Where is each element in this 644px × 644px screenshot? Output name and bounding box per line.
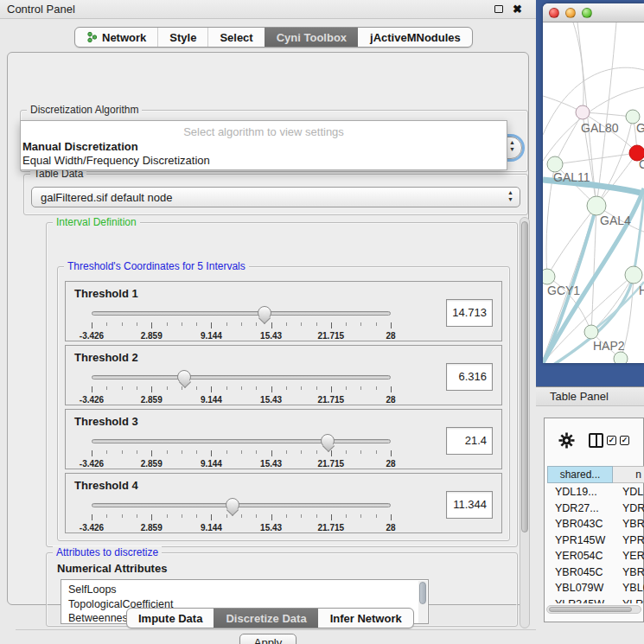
close-icon[interactable]: ✖: [513, 3, 522, 16]
network-edge: [591, 275, 634, 332]
table-hscrollbar-thumb[interactable]: [549, 607, 632, 612]
cell-name[interactable]: YER0: [613, 548, 644, 564]
tab-style[interactable]: Style: [157, 28, 207, 47]
cell-name[interactable]: YDL1: [613, 484, 644, 501]
table-row[interactable]: YER054CYER0: [547, 548, 644, 564]
slider-tick: [196, 514, 197, 518]
table-row[interactable]: YBR045CYBR0: [547, 564, 644, 581]
table-row[interactable]: YBR043CYBR0: [547, 516, 644, 532]
slider-tick: [137, 514, 137, 518]
threshold-slider[interactable]: -3.4262.8599.14415.4321.71528: [92, 311, 391, 341]
network-node[interactable]: [614, 352, 628, 363]
slider-thumb[interactable]: [321, 434, 335, 448]
slider-tick: [376, 514, 377, 518]
cell-shared-name[interactable]: YBL079W: [547, 580, 613, 596]
popup-option[interactable]: Manual Discretization: [22, 140, 138, 153]
float-window-icon[interactable]: [494, 5, 503, 13]
cell-name[interactable]: YLR3: [613, 596, 644, 604]
slider-thumb[interactable]: [177, 370, 191, 384]
network-node-label: C: [639, 157, 644, 171]
column-header-name[interactable]: n: [613, 466, 644, 483]
list-scrollbar-thumb[interactable]: [419, 582, 426, 604]
slider-tick: [331, 386, 332, 392]
threshold-value-field[interactable]: 6.316: [446, 363, 493, 391]
tab-jactivemnodules[interactable]: jActiveMNodules: [358, 28, 472, 47]
network-window-titlebar[interactable]: [543, 3, 644, 22]
tab-impute-data[interactable]: Impute Data: [127, 609, 214, 628]
tab-network[interactable]: Network: [75, 28, 157, 47]
table-row[interactable]: YLR345WYLR3: [547, 596, 644, 604]
checkbox-icon[interactable]: ✓: [607, 436, 616, 445]
gear-icon[interactable]: [558, 432, 575, 449]
table-row[interactable]: YDR27...YDR2: [547, 501, 644, 517]
table-row[interactable]: YPR145WYPR1: [547, 532, 644, 549]
columns-icon[interactable]: [589, 433, 603, 448]
numerical-attributes-label: Numerical Attributes: [57, 562, 167, 575]
slider-tick: [151, 322, 152, 328]
interval-definition-group: Interval Definition Number of Intervals …: [46, 222, 518, 547]
tab-label: Style: [169, 31, 196, 44]
slider-thumb[interactable]: [258, 306, 271, 320]
close-traffic-light[interactable]: [549, 8, 559, 18]
threshold-row: Threshold 4-3.4262.8599.14415.4321.71528…: [65, 473, 502, 533]
network-node[interactable]: [576, 105, 590, 119]
minimize-traffic-light[interactable]: [565, 8, 576, 18]
cell-name[interactable]: YBR0: [613, 564, 644, 581]
cell-name[interactable]: YBR0: [613, 516, 644, 532]
network-canvas[interactable]: GAL80GCGAL11GAL4GCY1HHAP2: [543, 22, 644, 363]
slider-tick: [182, 322, 182, 326]
panel-scrollbar-thumb[interactable]: [521, 221, 528, 532]
threshold-slider[interactable]: -3.4262.8599.14415.4321.71528: [92, 375, 391, 405]
tab-cyni-toolbox[interactable]: Cyni Toolbox: [265, 28, 358, 47]
threshold-value-field[interactable]: 11.344: [446, 491, 493, 519]
tab-select[interactable]: Select: [207, 28, 264, 47]
zoom-traffic-light[interactable]: [582, 8, 592, 18]
cell-shared-name[interactable]: YBR045C: [547, 564, 613, 581]
network-node[interactable]: [584, 325, 598, 339]
slider-tick: [241, 386, 242, 390]
list-scrollbar[interactable]: [418, 581, 427, 624]
threshold-slider[interactable]: -3.4262.8599.14415.4321.71528: [92, 439, 391, 469]
threshold-value-field[interactable]: 14.713: [446, 299, 493, 327]
checkbox-icon[interactable]: ✓: [620, 436, 629, 445]
column-header-shared[interactable]: shared...: [547, 466, 613, 483]
tab-infer-network[interactable]: Infer Network: [318, 609, 413, 628]
threshold-slider[interactable]: -3.4262.8599.14415.4321.71528: [92, 503, 391, 532]
attribute-list-item[interactable]: SelfLoops: [61, 583, 428, 597]
network-node[interactable]: [543, 269, 555, 284]
slider-track[interactable]: [92, 503, 391, 507]
cell-name[interactable]: YDR2: [613, 501, 644, 517]
cell-name[interactable]: YBL0: [613, 580, 644, 596]
slider-track[interactable]: [92, 375, 391, 379]
cell-shared-name[interactable]: YBR043C: [547, 516, 613, 532]
apply-button[interactable]: Apply: [239, 634, 296, 644]
threshold-group-title: Threshold's Coordinates for 5 Intervals: [64, 260, 249, 272]
slider-tick: [391, 514, 392, 520]
slider-tick: [376, 322, 377, 326]
slider-thumb[interactable]: [226, 498, 239, 512]
slider-track[interactable]: [92, 311, 391, 316]
threshold-value-field[interactable]: 21.4: [446, 427, 493, 455]
slider-tick: [360, 450, 361, 454]
popup-option[interactable]: Equal Width/Frequency Discretization: [22, 154, 210, 167]
slider-tick: [167, 514, 168, 518]
slider-tick: [92, 322, 92, 328]
cell-shared-name[interactable]: YLR345W: [547, 596, 613, 604]
table-row[interactable]: YBL079WYBL0: [547, 580, 644, 596]
cell-shared-name[interactable]: YER054C: [547, 548, 613, 564]
tab-discretize-data[interactable]: Discretize Data: [214, 609, 317, 628]
slider-tick: [182, 386, 182, 390]
network-icon: [86, 31, 98, 43]
slider-track[interactable]: [92, 439, 391, 443]
table-hscrollbar[interactable]: [546, 605, 641, 614]
cell-shared-name[interactable]: YDL19...: [547, 484, 613, 501]
table-data-combobox[interactable]: galFiltered.sif default node ▲▼: [31, 187, 520, 207]
network-node[interactable]: [625, 266, 642, 284]
panel-scrollbar[interactable]: [520, 217, 530, 628]
cell-shared-name[interactable]: YDR27...: [547, 501, 613, 517]
network-node[interactable]: [587, 196, 606, 215]
cell-shared-name[interactable]: YPR145W: [547, 532, 613, 549]
slider-tick: [346, 386, 347, 390]
cell-name[interactable]: YPR1: [613, 532, 644, 549]
table-row[interactable]: YDL19...YDL1: [547, 484, 644, 501]
